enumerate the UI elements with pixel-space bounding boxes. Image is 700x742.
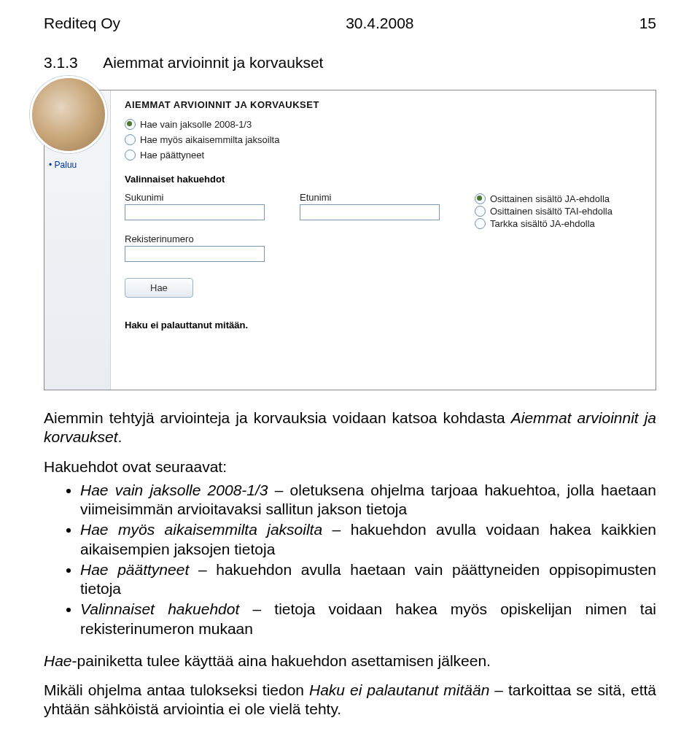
optional-criteria-heading: Valinnaiset hakuehdot (125, 174, 641, 185)
header-company: Rediteq Oy (44, 15, 120, 32)
radio-match-and-exact[interactable]: Tarkka sisältö JA-ehdolla (475, 218, 641, 229)
back-link[interactable]: Paluu (49, 160, 77, 170)
hae-note: Hae-painiketta tulee käyttää aina hakueh… (44, 652, 656, 670)
label-regnum: Rekisterinumero (125, 233, 278, 244)
radio-icon (475, 206, 486, 217)
list-item: Valinnaiset hakuehdot – tietoja voidaan … (80, 600, 656, 638)
criteria-list: Hae vain jaksolle 2008-1/3 – oletuksena … (44, 481, 656, 638)
radio-period-earlier[interactable]: Hae myös aikaisemmilta jaksoilta (125, 134, 641, 145)
input-regnum[interactable] (125, 246, 265, 262)
radio-label: Tarkka sisältö JA-ehdolla (490, 218, 595, 229)
header-date: 30.4.2008 (346, 15, 413, 32)
radio-match-and-partial[interactable]: Osittainen sisältö JA-ehdolla (475, 193, 641, 204)
section-number: 3.1.3 (44, 54, 78, 72)
search-button[interactable]: Hae (125, 278, 193, 298)
app-screenshot: Paluu AIEMMAT ARVIOINNIT JA KORVAUKSET H… (44, 90, 656, 390)
radio-period-ended[interactable]: Hae päättyneet (125, 150, 641, 161)
list-item: Hae myös aikaisemmilta jaksoilta – hakue… (80, 520, 656, 559)
label-firstname: Etunimi (300, 192, 453, 203)
section-heading-row: 3.1.3 Aiemmat arvioinnit ja korvaukset (44, 54, 656, 72)
list-item: Hae päättyneet – hakuehdon avulla haetaa… (80, 560, 656, 599)
label-surname: Sukunimi (125, 192, 278, 203)
radio-label: Hae vain jaksolle 2008-1/3 (140, 119, 252, 130)
radio-label: Osittainen sisältö TAI-ehdolla (490, 206, 612, 217)
sidebar-panel: Paluu (44, 90, 111, 390)
radio-icon (125, 119, 136, 130)
radio-icon (125, 134, 136, 145)
radio-match-or-partial[interactable]: Osittainen sisältö TAI-ehdolla (475, 206, 641, 217)
radio-icon (125, 150, 136, 161)
header-page: 15 (639, 15, 656, 32)
panel-title: AIEMMAT ARVIOINNIT JA KORVAUKSET (125, 99, 641, 110)
radio-icon (475, 193, 486, 204)
no-result-message: Haku ei palauttanut mitään. (125, 320, 641, 331)
section-title: Aiemmat arvioinnit ja korvaukset (103, 54, 323, 71)
list-intro: Hakuehdot ovat seuraavat: (44, 457, 656, 476)
intro-paragraph: Aiemmin tehtyjä arviointeja ja korvauksi… (44, 409, 656, 447)
radio-label: Hae myös aikaisemmilta jaksoilta (140, 134, 279, 145)
radio-label: Osittainen sisältö JA-ehdolla (490, 193, 610, 204)
radio-label: Hae päättyneet (140, 150, 204, 161)
page-header: Rediteq Oy 30.4.2008 15 (44, 15, 656, 32)
radio-period-current[interactable]: Hae vain jaksolle 2008-1/3 (125, 119, 641, 130)
radio-icon (475, 218, 486, 229)
input-firstname[interactable] (300, 204, 440, 220)
noresult-note: Mikäli ohjelma antaa tulokseksi tiedon H… (44, 681, 656, 719)
avatar (30, 76, 107, 153)
input-surname[interactable] (125, 204, 265, 220)
list-item: Hae vain jaksolle 2008-1/3 – oletuksena … (80, 481, 656, 519)
